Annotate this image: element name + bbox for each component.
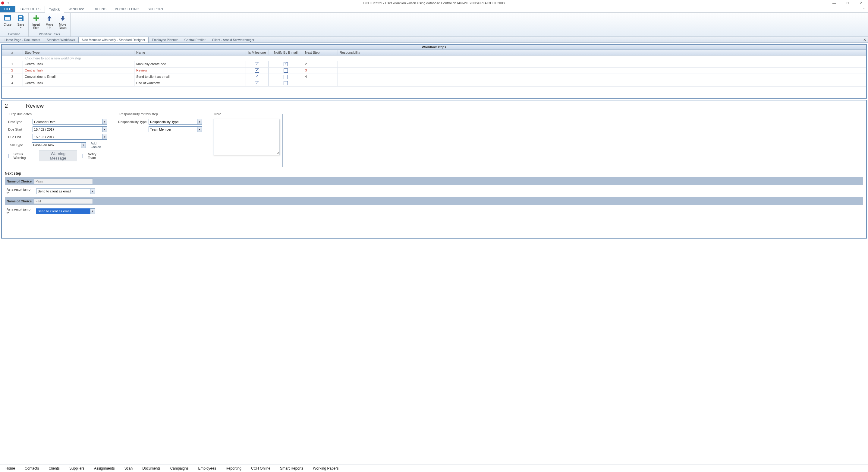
cell-name: Manually create doc	[134, 61, 246, 67]
legend-note: Note	[213, 112, 222, 116]
cell-notify[interactable]	[269, 80, 303, 86]
svg-rect-3	[19, 19, 22, 21]
close-window-button[interactable]: ✕	[855, 0, 868, 6]
tab-home[interactable]: Home Page - Documents	[1, 37, 43, 42]
cell-notify[interactable]	[269, 67, 303, 73]
jump-label: As a result jump to	[7, 207, 34, 215]
cell-notify[interactable]	[269, 74, 303, 80]
note-textarea[interactable]	[213, 119, 279, 155]
cell-milestone[interactable]	[246, 61, 269, 67]
dueend-combo[interactable]: ▾	[33, 134, 107, 140]
duestart-combo[interactable]: ▾	[33, 126, 107, 132]
cell-num: 3	[2, 74, 23, 80]
chevron-down-icon[interactable]: ▾	[90, 188, 95, 194]
cell-notify[interactable]	[269, 61, 303, 67]
maximize-button[interactable]: ◻	[841, 0, 855, 6]
arrow-up-icon	[45, 14, 54, 22]
warning-message-button[interactable]: Warning Message	[39, 150, 77, 161]
chevron-down-icon[interactable]: ▾	[102, 119, 107, 124]
col-num[interactable]: #	[2, 50, 23, 55]
close-button[interactable]: Close	[1, 13, 14, 32]
menu-support[interactable]: SUPPORT	[144, 6, 168, 12]
cell-next: 2	[303, 61, 338, 67]
insert-step-button[interactable]: Insert Step	[30, 13, 42, 32]
tab-planner[interactable]: Employee Planner	[149, 37, 181, 42]
cell-steptype: Convert doc to Email	[23, 74, 134, 80]
chevron-down-icon[interactable]: ▾	[90, 208, 95, 214]
teammember-combo[interactable]: ▾	[149, 126, 202, 132]
menu-windows[interactable]: WINDOWS	[64, 6, 90, 12]
jump-combo[interactable]: ▾	[36, 208, 95, 214]
tasktype-combo[interactable]: ▾	[32, 142, 86, 148]
label-notify-team: Notify Team	[88, 152, 103, 159]
detail-step-number: 2	[5, 103, 8, 109]
tab-workflows[interactable]: Standard Workflows	[43, 37, 79, 42]
tab-designer[interactable]: Aide Memoire with notify - Standard Desi…	[79, 37, 149, 42]
datetype-combo[interactable]: ▾	[33, 119, 107, 124]
ribbon-group-caption: Common	[1, 32, 27, 36]
notify-team-checkbox[interactable]	[83, 154, 87, 158]
chevron-down-icon[interactable]: ▾	[197, 126, 202, 132]
tab-close-icon[interactable]: ✕	[863, 38, 866, 42]
table-row[interactable]: 3Convert doc to EmailSend to client as e…	[2, 74, 866, 80]
cell-name: End of workflow	[134, 80, 246, 86]
col-responsibility[interactable]: Responsibility	[338, 50, 866, 55]
move-up-button[interactable]: Move Up	[43, 13, 56, 32]
app-icon	[1, 1, 4, 4]
grid-header: # Step Type Name Is Milestone Notify By …	[2, 50, 866, 56]
qat-sep: |	[5, 1, 6, 5]
step-detail-panel: 2 Review Step due dates DateType ▾ Due S…	[1, 100, 867, 239]
legend-responsibility: Responsibility for this step	[118, 112, 159, 116]
ribbon-collapse-icon[interactable]: ⌃	[859, 6, 868, 12]
menu-favourites[interactable]: FAVOURITES	[16, 6, 44, 12]
menu-tasks[interactable]: TASKS	[44, 6, 64, 13]
resptype-combo[interactable]: ▾	[149, 119, 202, 124]
col-milestone[interactable]: Is Milestone	[246, 50, 269, 55]
tab-profiler[interactable]: Central Profiler	[181, 37, 209, 42]
col-name[interactable]: Name	[134, 50, 246, 55]
cell-num: 1	[2, 61, 23, 67]
menubar: FILE FAVOURITES TASKS WINDOWS BILLING BO…	[0, 6, 868, 13]
save-dropdown-icon[interactable]: ▾	[20, 26, 22, 29]
label-datetype: DateType	[8, 120, 31, 124]
chevron-down-icon[interactable]: ▾	[197, 119, 202, 124]
save-button[interactable]: Save ▾	[14, 13, 27, 32]
add-choice-link[interactable]: Add Choice	[91, 142, 107, 149]
choice-name-label: Name of Choice	[7, 199, 32, 203]
status-warning-checkbox[interactable]	[8, 154, 12, 158]
label-duestart: Due Start	[8, 127, 31, 131]
cell-milestone[interactable]	[246, 74, 269, 80]
tab-client[interactable]: Client - Arnold Schwarreneger	[209, 37, 258, 42]
qat-dropdown-icon[interactable]: ▾	[7, 1, 9, 4]
menu-file[interactable]: FILE	[0, 6, 16, 12]
chevron-down-icon[interactable]: ▾	[102, 126, 107, 132]
choice-name-input[interactable]	[34, 199, 93, 204]
minimize-button[interactable]: —	[827, 0, 841, 6]
cell-name: Review	[134, 67, 246, 73]
cell-next: 3	[303, 67, 338, 73]
cell-milestone[interactable]	[246, 67, 269, 73]
detail-step-name: Review	[26, 103, 44, 109]
menu-bookkeeping[interactable]: BOOKKEEPING	[111, 6, 144, 12]
cell-steptype: Central Task	[23, 80, 134, 86]
label-dueend: Due End	[8, 135, 31, 139]
jump-combo[interactable]: ▾	[36, 188, 95, 194]
move-down-button[interactable]: Move Down	[56, 13, 69, 32]
col-notify[interactable]: Notify By E-mail	[269, 50, 303, 55]
choice-name-input[interactable]	[34, 179, 93, 184]
cell-milestone[interactable]	[246, 80, 269, 86]
table-row[interactable]: 4Central TaskEnd of workflow	[2, 80, 866, 87]
chevron-down-icon[interactable]: ▾	[102, 134, 107, 140]
cell-resp	[338, 80, 866, 86]
col-steptype[interactable]: Step Type	[23, 50, 134, 55]
ribbon: Close Save ▾ Common Insert Step Move Up …	[0, 13, 868, 37]
menu-billing[interactable]: BILLING	[90, 6, 111, 12]
chevron-down-icon[interactable]: ▾	[81, 142, 86, 148]
choice-header: Name of Choice	[5, 177, 863, 185]
col-nextstep[interactable]: Next Step	[303, 50, 338, 55]
choice-name-label: Name of Choice	[7, 179, 32, 183]
legend-due-dates: Step due dates	[8, 112, 33, 116]
table-row[interactable]: 1Central TaskManually create doc2	[2, 61, 866, 67]
grid-new-row[interactable]: Click here to add a new workflow step	[2, 56, 866, 61]
table-row[interactable]: 2Central TaskReview3	[2, 67, 866, 74]
